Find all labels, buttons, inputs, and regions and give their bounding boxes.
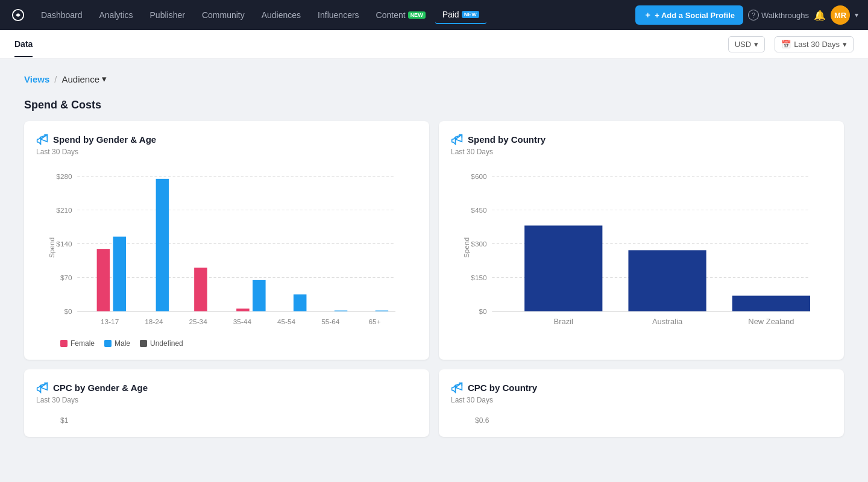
chart2-title: Spend by Country — [468, 134, 546, 145]
megaphone-icon-4 — [451, 381, 463, 393]
audience-chevron-icon: ▾ — [102, 74, 107, 84]
main-content: Views / Audience ▾ Spend & Costs Spend b… — [0, 59, 868, 482]
svg-text:$0: $0 — [64, 307, 73, 316]
breadcrumb-separator: / — [54, 74, 57, 84]
breadcrumb: Views / Audience ▾ — [24, 74, 844, 84]
svg-text:35-44: 35-44 — [233, 318, 252, 326]
bar — [194, 268, 207, 311]
subbar-right: USD ▾ 📅 Last 30 Days ▾ — [728, 36, 854, 52]
help-icon: ? — [748, 10, 759, 20]
svg-text:New Zealand: New Zealand — [748, 317, 794, 326]
svg-text:$70: $70 — [60, 274, 72, 282]
svg-text:Australia: Australia — [652, 317, 683, 326]
bar-brazil — [524, 225, 602, 311]
spend-country-chart: $600 $450 $300 $150 $0 Spend Brazil A — [451, 163, 832, 332]
chart-grid-row2: CPC by Gender & Age Last 30 Days $1 CPC … — [24, 369, 844, 437]
content-new-badge: NEW — [408, 11, 426, 19]
nav-influencers[interactable]: Influencers — [310, 7, 366, 23]
nav-audiences[interactable]: Audiences — [254, 7, 308, 23]
currency-chevron-icon: ▾ — [754, 40, 758, 49]
chart-grid-row1: Spend by Gender & Age Last 30 Days $280 … — [24, 121, 844, 360]
svg-text:$140: $140 — [56, 240, 72, 248]
currency-dropdown[interactable]: USD ▾ — [728, 36, 765, 52]
walkthroughs-button[interactable]: ? Walkthroughs — [748, 10, 809, 20]
svg-text:65+: 65+ — [368, 318, 380, 326]
calendar-icon: 📅 — [781, 40, 791, 49]
chart2-subtitle: Last 30 Days — [451, 148, 832, 156]
nav-publisher[interactable]: Publisher — [143, 7, 192, 23]
svg-text:$450: $450 — [471, 206, 487, 214]
chart4-subtitle: Last 30 Days — [451, 396, 832, 404]
svg-text:$0: $0 — [479, 307, 488, 316]
spend-by-country-card: Spend by Country Last 30 Days $600 $450 … — [439, 121, 844, 360]
female-legend-label: Female — [71, 339, 95, 348]
subbar: Data USD ▾ 📅 Last 30 Days ▾ — [0, 30, 868, 59]
legend-male: Male — [104, 339, 130, 348]
paid-new-badge: NEW — [462, 11, 479, 18]
spend-gender-age-chart: $280 $210 $140 $70 $0 Spend — [36, 163, 417, 332]
breadcrumb-audience-dropdown[interactable]: Audience ▾ — [61, 74, 107, 84]
cpc-by-gender-age-card: CPC by Gender & Age Last 30 Days $1 — [24, 369, 429, 437]
male-legend-label: Male — [115, 339, 130, 348]
nav-community[interactable]: Community — [195, 7, 252, 23]
megaphone-icon — [36, 133, 48, 145]
bar — [294, 295, 307, 311]
megaphone-icon-2 — [451, 133, 463, 145]
svg-text:$210: $210 — [56, 206, 72, 214]
nav-content[interactable]: Content NEW — [369, 7, 433, 23]
bar-new-zealand — [732, 296, 810, 311]
logo[interactable] — [10, 7, 27, 23]
legend-undefined: Undefined — [140, 339, 183, 348]
legend-female: Female — [60, 339, 95, 348]
svg-text:Spend: Spend — [462, 237, 471, 258]
top-navigation: Dashboard Analytics Publisher Community … — [0, 0, 868, 30]
chart3-subtitle: Last 30 Days — [36, 396, 417, 404]
chart1-subtitle: Last 30 Days — [36, 148, 417, 156]
bar — [253, 280, 266, 311]
female-legend-dot — [60, 340, 68, 347]
cpc-by-country-card: CPC by Country Last 30 Days $0.6 — [439, 369, 844, 437]
chart1-title: Spend by Gender & Age — [53, 134, 156, 145]
chart4-header: CPC by Country — [451, 381, 832, 393]
chart3-title: CPC by Gender & Age — [53, 383, 148, 393]
undefined-legend-dot — [140, 340, 147, 347]
chart1-area: $280 $210 $140 $70 $0 Spend — [36, 163, 417, 334]
user-menu-chevron-icon[interactable]: ▾ — [855, 11, 858, 19]
chart1-header: Spend by Gender & Age — [36, 133, 417, 145]
tab-data[interactable]: Data — [14, 32, 33, 57]
bar — [376, 310, 389, 311]
date-chevron-icon: ▾ — [843, 40, 847, 49]
svg-text:$150: $150 — [471, 274, 487, 282]
svg-text:45-54: 45-54 — [277, 318, 296, 326]
breadcrumb-views-link[interactable]: Views — [24, 74, 49, 84]
svg-text:18-24: 18-24 — [145, 318, 163, 326]
bar — [335, 310, 348, 311]
bar — [236, 308, 250, 311]
svg-text:$280: $280 — [56, 172, 72, 181]
chart4-y-label: $0.6 — [451, 412, 832, 425]
avatar[interactable]: MR — [831, 5, 850, 25]
nav-right-section: ＋ + Add a Social Profile ? Walkthroughs … — [635, 5, 858, 25]
bar — [97, 249, 110, 311]
chart2-header: Spend by Country — [451, 133, 832, 145]
svg-text:$600: $600 — [471, 172, 487, 181]
svg-text:25-34: 25-34 — [189, 318, 207, 326]
nav-dashboard[interactable]: Dashboard — [34, 7, 90, 23]
chart3-header: CPC by Gender & Age — [36, 381, 417, 393]
add-social-button[interactable]: ＋ + Add a Social Profile — [635, 5, 743, 25]
nav-analytics[interactable]: Analytics — [92, 7, 140, 23]
male-legend-dot — [104, 340, 112, 347]
chart3-y-label: $1 — [36, 412, 417, 425]
plus-icon: ＋ — [644, 10, 652, 20]
date-range-dropdown[interactable]: 📅 Last 30 Days ▾ — [775, 36, 854, 52]
chart2-area: $600 $450 $300 $150 $0 Spend Brazil A — [451, 163, 832, 334]
notifications-bell-icon[interactable]: 🔔 — [814, 10, 826, 21]
svg-text:Spend: Spend — [48, 237, 56, 258]
megaphone-icon-3 — [36, 381, 48, 393]
spend-by-gender-age-card: Spend by Gender & Age Last 30 Days $280 … — [24, 121, 429, 360]
bar — [113, 237, 127, 311]
bar — [156, 179, 169, 311]
svg-text:13-17: 13-17 — [101, 318, 119, 326]
undefined-legend-label: Undefined — [150, 339, 183, 348]
nav-paid[interactable]: Paid NEW — [435, 6, 486, 24]
